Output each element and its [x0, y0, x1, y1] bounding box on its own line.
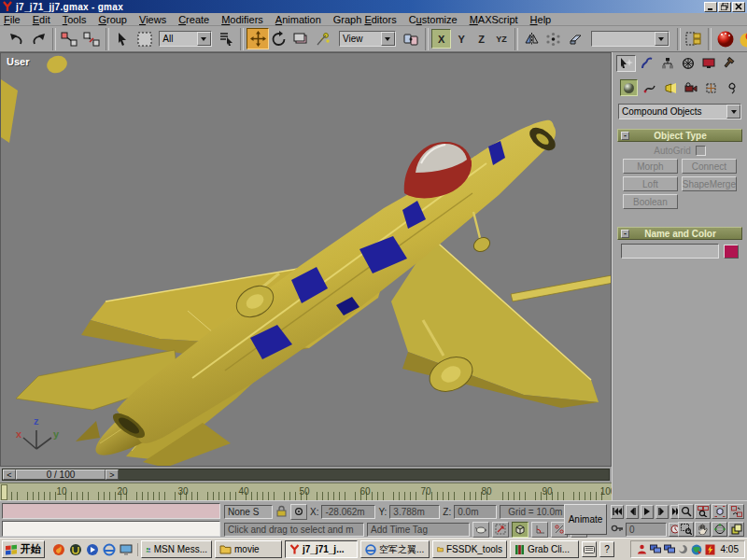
reference-coordinate-dropdown[interactable]: View	[339, 31, 396, 47]
array-icon[interactable]	[543, 28, 564, 49]
degradation-override-icon[interactable]	[472, 522, 489, 538]
boolean-button[interactable]: Boolean	[623, 194, 678, 209]
tray-user-icon[interactable]	[637, 544, 647, 554]
go-to-start-icon[interactable]	[611, 505, 624, 519]
time-slider-handle[interactable]: 0 / 100	[16, 469, 106, 480]
object-type-rollout-header[interactable]: - Object Type	[617, 129, 742, 142]
tray-swirl-icon[interactable]	[678, 544, 688, 554]
time-slider-track[interactable]: < 0 / 100 >	[2, 469, 610, 481]
connect-button[interactable]: Connect	[682, 159, 737, 174]
select-and-move-icon[interactable]	[247, 28, 268, 49]
quicklaunch-desktop-icon[interactable]	[120, 543, 133, 556]
tab-display-icon[interactable]	[698, 55, 718, 72]
redo-icon[interactable]	[27, 28, 49, 49]
z-coordinate-field[interactable]: 0.0m	[454, 505, 497, 519]
menu-graph-editors[interactable]: Graph Editors	[333, 14, 397, 25]
restrict-y-button[interactable]: Y	[451, 29, 471, 49]
select-and-scale-icon[interactable]	[290, 28, 312, 49]
object-name-field[interactable]	[621, 244, 719, 259]
menu-group[interactable]: Group	[98, 14, 127, 25]
tab-create-icon[interactable]	[616, 55, 636, 72]
tab-motion-icon[interactable]	[678, 55, 698, 72]
taskbar-task-fssdk[interactable]: FSSDK_tools	[432, 540, 507, 558]
menu-edit[interactable]: Edit	[33, 14, 50, 25]
previous-frame-arrow[interactable]: <	[3, 469, 16, 480]
collapse-icon[interactable]: -	[621, 132, 629, 140]
collapse-icon[interactable]: -	[621, 230, 629, 238]
curve-editor-icon[interactable]	[737, 28, 747, 49]
tray-globe-icon[interactable]	[691, 544, 702, 555]
menu-file[interactable]: File	[4, 14, 21, 25]
menu-customize[interactable]: Customize	[409, 14, 458, 25]
taskbar-task-grabclip[interactable]: Grab Cli...	[510, 540, 579, 558]
snaps-toggle-2d-icon[interactable]	[492, 522, 509, 538]
quicklaunch-ultraedit-icon[interactable]	[69, 543, 82, 556]
select-object-icon[interactable]	[112, 28, 134, 49]
select-and-rotate-icon[interactable]	[269, 28, 290, 49]
minimize-button[interactable]	[704, 2, 717, 12]
quicklaunch-internet-explorer-icon[interactable]	[103, 543, 116, 556]
y-coordinate-field[interactable]: 3.788m	[389, 505, 440, 519]
snap-toggle-3d-icon[interactable]	[512, 522, 529, 538]
tray-network-icon[interactable]	[650, 544, 661, 554]
morph-button[interactable]: Morph	[623, 159, 678, 174]
taskbar-task-gmax[interactable]: j7_j71_j...	[285, 540, 358, 558]
arc-rotate-icon[interactable]	[712, 522, 727, 537]
category-lights-icon[interactable]	[661, 79, 679, 96]
absolute-offset-toggle-icon[interactable]	[290, 504, 307, 520]
zoom-all-icon[interactable]	[695, 504, 711, 519]
use-pivot-point-icon[interactable]	[401, 28, 422, 49]
menu-help[interactable]: Help	[530, 14, 552, 25]
select-and-link-icon[interactable]	[59, 28, 80, 49]
category-spacewarps-icon[interactable]	[723, 79, 740, 96]
min-max-toggle-icon[interactable]	[728, 522, 744, 537]
tab-modify-icon[interactable]	[637, 55, 656, 72]
align-icon[interactable]	[565, 28, 586, 49]
undo-icon[interactable]	[6, 28, 27, 49]
named-selection-sets-icon[interactable]	[684, 28, 705, 49]
next-frame-arrow[interactable]: >	[106, 469, 119, 480]
menu-tools[interactable]: Tools	[63, 14, 87, 25]
restrict-plane-button[interactable]: YZ	[491, 29, 511, 49]
restrict-z-button[interactable]: Z	[472, 29, 491, 49]
current-frame-marker[interactable]	[1, 484, 7, 500]
create-category-dropdown[interactable]: Compound Objects	[618, 104, 741, 119]
close-button[interactable]	[732, 2, 745, 12]
zoom-extents-all-icon[interactable]	[728, 504, 744, 519]
dropdown-arrow-icon[interactable]	[197, 32, 211, 46]
previous-frame-icon[interactable]	[626, 505, 639, 519]
menu-views[interactable]: Views	[139, 14, 166, 25]
category-shapes-icon[interactable]	[641, 79, 658, 96]
taskbar-clock[interactable]: 4:05	[721, 544, 739, 554]
tray-network2-icon[interactable]	[664, 544, 675, 554]
ime-help-button[interactable]: ?	[599, 541, 614, 557]
macro-recorder-field[interactable]	[2, 503, 220, 519]
angle-snap-icon[interactable]	[531, 522, 548, 538]
zoom-extents-icon[interactable]	[712, 504, 727, 519]
dropdown-arrow-icon[interactable]	[655, 32, 669, 46]
quicklaunch-media-player-icon[interactable]	[86, 543, 99, 556]
menu-modifiers[interactable]: Modifiers	[221, 14, 263, 25]
play-animation-icon[interactable]	[641, 505, 654, 519]
named-selection-dropdown[interactable]	[591, 31, 669, 47]
quicklaunch-firebird-icon[interactable]	[52, 543, 65, 556]
start-button[interactable]: 开始	[2, 540, 45, 558]
track-bar[interactable]: 102030405060708090100	[0, 483, 612, 500]
category-cameras-icon[interactable]	[682, 79, 699, 96]
tab-hierarchy-icon[interactable]	[657, 55, 677, 72]
menu-maxscript[interactable]: MAXScript	[470, 14, 518, 25]
pan-icon[interactable]	[695, 522, 711, 537]
restore-button[interactable]	[718, 2, 731, 12]
taskbar-task-ie[interactable]: 空军之翼...	[360, 540, 430, 558]
select-and-manipulate-icon[interactable]	[313, 28, 334, 49]
add-time-tag-field[interactable]: Add Time Tag	[367, 523, 470, 537]
aircraft-model[interactable]	[1, 53, 611, 466]
category-geometry-icon[interactable]	[620, 79, 638, 96]
taskbar-task-movie[interactable]: movie	[215, 540, 282, 558]
region-zoom-icon[interactable]	[678, 522, 694, 537]
name-color-rollout-header[interactable]: - Name and Color	[617, 227, 742, 240]
current-frame-field[interactable]: 0	[626, 523, 667, 537]
shapemerge-button[interactable]: ShapeMerge	[682, 176, 737, 191]
unlink-selection-icon[interactable]	[80, 28, 102, 49]
input-method-icon[interactable]	[582, 541, 597, 557]
